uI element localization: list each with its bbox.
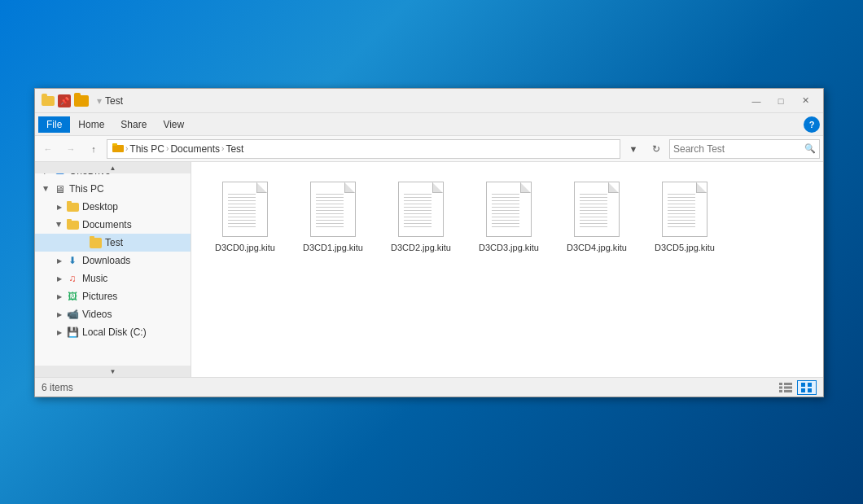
videos-folder-icon: 📹 [66,308,79,321]
dropdown-button[interactable]: ▼ [624,139,643,159]
music-folder-icon: ♫ [66,272,79,285]
file-item[interactable]: D3CD2.jpg.kitu [380,175,462,258]
menu-view[interactable]: View [155,116,192,133]
back-button[interactable]: ← [38,139,58,159]
title-controls: — □ ✕ [745,93,817,109]
sidebar-item-desktop[interactable]: ▶ Desktop [35,198,191,216]
refresh-button[interactable]: ↻ [646,139,666,159]
file-name: D3CD0.jpg.kitu [215,242,275,253]
svg-rect-5 [784,383,792,385]
path-this-pc[interactable]: This PC [129,143,164,155]
sidebar-label-test: Test [105,237,123,248]
path-chevron-3: › [221,144,224,153]
forward-button[interactable]: → [61,139,81,159]
file-name: D3CD2.jpg.kitu [391,242,451,253]
file-item[interactable]: D3CD0.jpg.kitu [204,175,286,258]
file-name: D3CD1.jpg.kitu [303,242,363,253]
sidebar-scroll-down[interactable]: ▼ [35,366,191,377]
file-name: D3CD4.jpg.kitu [567,242,627,253]
sidebar-label-documents: Documents [82,219,132,230]
expand-arrow-music: ▶ [55,274,64,283]
desktop-folder-icon [66,200,79,213]
sidebar-label-thispc: This PC [69,183,104,195]
thispc-icon: 🖥 [53,182,66,195]
documents-folder-icon [66,218,79,231]
expand-arrow-desktop: ▶ [55,202,64,212]
sidebar-item-pictures[interactable]: ▶ 🖼 Pictures [35,287,191,305]
sidebar-scroll-up[interactable]: ▲ [35,162,191,173]
sidebar-label-downloads: Downloads [82,255,130,266]
file-icon [659,180,711,239]
harddisk-icon: 💾 [66,326,79,339]
view-large-button[interactable] [797,380,817,395]
expand-arrow-documents: ▶ [55,220,64,230]
sidebar-label-pictures: Pictures [82,291,117,302]
search-input[interactable] [673,143,804,155]
close-button[interactable]: ✕ [794,93,817,109]
svg-rect-0 [112,145,124,152]
title-pin-icon: 📌 [58,94,71,107]
search-box: 🔍 [669,139,820,159]
maximize-button[interactable]: □ [769,93,792,109]
file-item[interactable]: D3CD3.jpg.kitu [468,175,550,258]
view-details-button[interactable] [776,380,795,395]
help-button[interactable]: ? [804,116,820,133]
file-item[interactable]: D3CD4.jpg.kitu [556,175,637,258]
test-folder-icon [89,236,102,249]
sidebar-item-downloads[interactable]: ▶ ⬇ Downloads [35,252,191,270]
path-documents[interactable]: Documents [170,143,220,155]
file-icon [483,180,535,239]
sidebar-label-videos: Videos [82,309,112,320]
sidebar-item-test[interactable]: ▶ Test [35,234,191,252]
sidebar-item-localdisk[interactable]: ▶ 💾 Local Disk (C:) [35,323,191,341]
file-name: D3CD3.jpg.kitu [479,242,539,253]
menu-share[interactable]: Share [112,116,155,133]
title-separator: ▾ [97,95,102,107]
file-item[interactable]: D3CD5.jpg.kitu [644,175,725,258]
minimize-button[interactable]: — [745,93,768,109]
svg-rect-3 [779,386,782,388]
svg-rect-1 [112,143,117,146]
menu-file[interactable]: File [38,116,70,133]
file-icon [307,180,359,239]
file-icon [219,180,271,239]
sidebar: ▲ ▶ ☁ OneDrive ▶ 🖥 This PC ▶ Desktop [35,162,191,377]
sidebar-label-desktop: Desktop [82,201,118,213]
up-button[interactable]: ↑ [84,139,103,159]
menu-bar: File Home Share View ? [35,113,823,136]
path-chevron-2: › [166,144,169,153]
svg-rect-2 [779,383,782,385]
expand-arrow-pictures: ▶ [55,291,64,301]
file-item[interactable]: D3CD1.jpg.kitu [292,175,374,258]
title-text: Test [105,95,745,107]
path-test[interactable]: Test [226,143,243,155]
svg-rect-11 [808,388,812,392]
title-bar: 📌 ▾ Test — □ ✕ [35,89,823,113]
title-folder-icon [74,95,89,107]
address-path[interactable]: › This PC › Documents › Test [107,139,620,159]
expand-arrow-downloads: ▶ [55,256,64,265]
sidebar-item-documents[interactable]: ▶ Documents [35,216,191,234]
sidebar-item-music[interactable]: ▶ ♫ Music [35,270,191,287]
sidebar-label-localdisk: Local Disk (C:) [82,327,147,338]
search-icon[interactable]: 🔍 [804,143,816,154]
view-buttons [776,380,817,395]
sidebar-item-videos[interactable]: ▶ 📹 Videos [35,305,191,323]
item-count: 6 items [42,382,776,393]
address-bar: ← → ↑ › This PC › Documents › Test ▼ ↻ 🔍 [35,136,823,162]
expand-arrow-thispc: ▶ [42,184,51,194]
svg-rect-4 [779,390,782,392]
title-folder-icon-sm [42,94,55,107]
file-icon [395,180,447,239]
svg-rect-7 [784,390,792,392]
path-chevron-1: › [125,144,128,153]
explorer-window: 📌 ▾ Test — □ ✕ File Home Share View ? ← … [34,88,824,397]
svg-rect-6 [784,386,792,388]
file-name: D3CD5.jpg.kitu [655,242,715,253]
menu-home[interactable]: Home [70,116,112,133]
sidebar-item-thispc[interactable]: ▶ 🖥 This PC [35,180,191,198]
downloads-folder-icon: ⬇ [66,254,79,267]
svg-rect-9 [808,383,812,387]
svg-rect-10 [801,388,805,392]
file-icon [571,180,623,239]
